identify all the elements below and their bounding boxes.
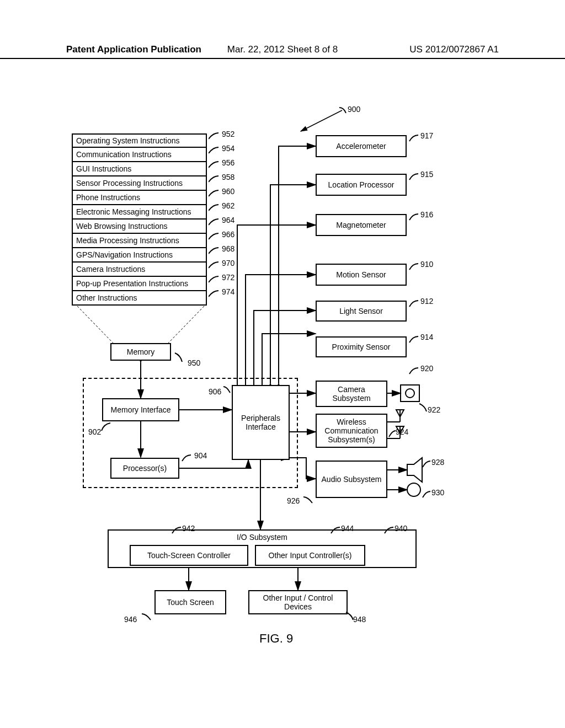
hook-icon (418, 403, 429, 413)
inst-row: Phone Instructions (72, 191, 207, 205)
inst-ref: 958 (222, 173, 234, 181)
ref-motion: 910 (420, 260, 433, 269)
ref-mem-if: 902 (88, 427, 101, 436)
ref-proc: 904 (194, 451, 207, 460)
svg-point-2 (407, 483, 420, 496)
hook-icon (100, 422, 113, 433)
memory-box: Memory (110, 343, 171, 361)
camera-subsystem-box: Camera Subsystem (316, 381, 387, 407)
ref-light: 912 (420, 297, 433, 306)
hook-icon (408, 212, 420, 222)
ref-periph: 906 (209, 387, 221, 396)
other-devices-box: Other Input / Control Devices (248, 590, 348, 614)
touch-controller-box: Touch-Screen Controller (130, 545, 248, 566)
inst-row: Other Instructions (72, 291, 207, 306)
touch-screen-box: Touch Screen (154, 590, 226, 614)
inst-ref: 954 (222, 144, 234, 153)
hook-icon (338, 106, 348, 115)
other-controller-box: Other Input Controller(s) (255, 545, 365, 566)
ref-touch-ctrl: 942 (182, 524, 195, 533)
inst-row: Pop-up Presentation Instructions (72, 277, 207, 291)
ref-io: 940 (395, 524, 407, 533)
processor-box: Processor(s) (110, 458, 179, 479)
svg-rect-0 (401, 385, 419, 402)
figure-label: FIG. 9 (259, 631, 293, 646)
hook-icon (345, 611, 357, 621)
ref-speaker: 928 (431, 458, 444, 467)
location-box: Location Processor (316, 174, 407, 196)
ref-touch: 946 (124, 615, 137, 624)
hook-icon (408, 262, 420, 272)
hook-icon (383, 526, 396, 536)
hook-icon (408, 299, 420, 309)
header-right: US 2012/0072867 A1 (409, 44, 499, 55)
hook-icon (388, 429, 398, 439)
io-label: I/O Subsystem (237, 533, 287, 542)
inst-ref: 956 (222, 158, 234, 167)
hook-icon (222, 385, 232, 395)
inst-ref: 974 (222, 287, 234, 296)
inst-row: Web Browsing Instructions (72, 220, 207, 234)
header-left: Patent Application Publication (66, 44, 201, 55)
header-mid: Mar. 22, 2012 Sheet 8 of 8 (227, 44, 338, 55)
header-rule (0, 58, 565, 59)
light-box: Light Sensor (316, 301, 407, 322)
hook-icon (422, 459, 433, 469)
memory-interface-box: Memory Interface (102, 398, 179, 421)
instruction-stack: Operating System Instructions Communicat… (72, 133, 207, 306)
inst-row: GUI Instructions (72, 162, 207, 176)
hook-icon (181, 453, 193, 463)
ref-prox: 914 (420, 333, 433, 341)
ref-mag: 916 (420, 210, 433, 219)
accelerometer-box: Accelerometer (316, 135, 407, 157)
inst-row: Sensor Processing Instructions (72, 176, 207, 191)
ref-mic: 930 (431, 488, 444, 497)
hook-icon (302, 495, 315, 505)
inst-ref: 966 (222, 230, 234, 239)
peripherals-box: Peripherals Interface (232, 385, 290, 460)
motion-box: Motion Sensor (316, 264, 407, 286)
inst-ref: 952 (222, 130, 234, 138)
wireless-box: Wireless Communication Subsystem(s) (316, 414, 387, 448)
diagram-canvas: 900 Operating System Instructions Commun… (66, 105, 499, 656)
ref-camera-icon: 922 (428, 405, 440, 414)
audio-box: Audio Subsystem (316, 461, 387, 498)
svg-point-1 (406, 389, 414, 398)
inst-ref: 964 (222, 216, 234, 224)
inst-row: Communication Instructions (72, 148, 207, 162)
inst-row: Operating System Instructions (72, 133, 207, 148)
hook-col (209, 131, 221, 308)
magnetometer-box: Magnetometer (316, 214, 407, 236)
hook-icon (171, 526, 183, 536)
hook-icon (330, 526, 342, 536)
ref-camera-sub: 920 (420, 364, 433, 373)
hook-icon (174, 352, 186, 364)
inst-ref: 970 (222, 259, 234, 267)
ref-900: 900 (348, 105, 360, 114)
hook-icon (408, 366, 420, 376)
hook-icon (408, 133, 420, 143)
ref-accel: 917 (420, 131, 433, 140)
hook-icon (141, 612, 153, 622)
proximity-box: Proximity Sensor (316, 336, 407, 357)
hook-icon (408, 172, 420, 182)
inst-row: Media Processing Instructions (72, 234, 207, 248)
inst-row: Camera Instructions (72, 263, 207, 277)
inst-ref: 960 (222, 187, 234, 196)
inst-row: Electronic Messaging Instructions (72, 205, 207, 220)
ref-audio: 926 (287, 496, 300, 505)
ref-other-ctrl: 944 (341, 524, 354, 533)
hook-icon (408, 335, 420, 345)
inst-ref: 962 (222, 201, 234, 210)
inst-ref: 972 (222, 273, 234, 282)
ref-loc: 915 (420, 170, 433, 179)
inst-row: GPS/Navigation Instructions (72, 248, 207, 263)
ref-memory: 950 (188, 358, 200, 367)
hook-icon (422, 490, 433, 500)
inst-ref: 968 (222, 244, 234, 253)
